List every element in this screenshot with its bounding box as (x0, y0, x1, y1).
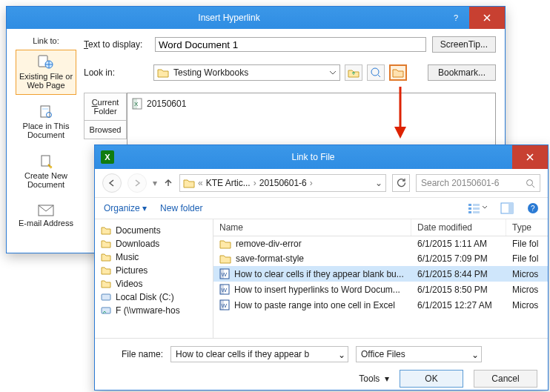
excel-file-icon: X (132, 98, 142, 110)
search-icon (526, 179, 535, 188)
tab-create-new-document[interactable]: Create New Document (16, 149, 76, 194)
back-button[interactable] (102, 173, 122, 193)
forward-button[interactable] (127, 173, 147, 193)
new-document-icon (39, 154, 53, 169)
svg-rect-3 (41, 106, 50, 117)
linkto-sidebar: Link to: Existing File or Web Page Place… (16, 36, 76, 233)
filename-label: File name: (105, 349, 163, 359)
nav-row: ▾ « KTE Artic... › 20150601-6 › ⌄ Search… (95, 169, 548, 198)
svg-text:W: W (222, 271, 228, 278)
svg-rect-25 (102, 294, 110, 300)
dialog-title: Insert Hyperlink (14, 13, 444, 23)
tree-node[interactable]: Pictures (101, 264, 207, 277)
titlebar[interactable]: Insert Hyperlink ? (7, 7, 505, 29)
svg-text:?: ? (454, 13, 458, 22)
screentip-button[interactable]: ScreenTip... (432, 36, 496, 53)
svg-text:?: ? (531, 205, 535, 213)
tab-place-in-document[interactable]: Place in This Document (16, 99, 76, 144)
toolbar: Organize ▾ New folder ? (95, 198, 548, 219)
svg-rect-20 (473, 211, 480, 213)
filename-input[interactable]: How to clear cells if they appear b ⌄ (170, 346, 348, 362)
text-to-display-label: TText to display:ext to display: (84, 39, 149, 50)
column-date[interactable]: Date modified (411, 219, 506, 236)
help-button[interactable]: ? (444, 7, 469, 29)
svg-rect-15 (468, 204, 471, 206)
svg-rect-17 (468, 211, 471, 213)
ok-button[interactable]: OK (400, 370, 463, 388)
folder-icon (183, 178, 195, 188)
file-list[interactable]: Name Date modified Type remove-div-error… (213, 219, 548, 338)
text-to-display-input[interactable] (155, 37, 426, 52)
linkto-label: Link to: (16, 36, 76, 45)
cancel-button[interactable]: Cancel (474, 370, 537, 388)
chevron-down-icon (329, 69, 337, 76)
preview-pane-button[interactable] (500, 202, 514, 214)
svg-rect-18 (473, 204, 480, 206)
new-folder-button[interactable]: New folder (160, 203, 202, 213)
folder-tree[interactable]: Documents Downloads Music Pictures Video… (95, 219, 213, 338)
tab-existing-file[interactable]: Existing File or Web Page (16, 50, 76, 95)
list-item[interactable]: WHow to paste range into one cell in Exc… (213, 297, 548, 313)
folder-icon (157, 67, 169, 78)
tree-node[interactable]: Videos (101, 277, 207, 290)
tools-button[interactable]: Tools ▾ (359, 373, 389, 384)
svg-point-7 (50, 167, 51, 168)
titlebar[interactable]: X Link to File (95, 145, 548, 169)
svg-text:W: W (222, 302, 228, 309)
search-input[interactable]: Search 20150601-6 (416, 174, 540, 192)
svg-rect-19 (473, 207, 480, 210)
browse-web-button[interactable] (367, 64, 385, 81)
list-item[interactable]: WHow to clear cells if they appear blank… (213, 266, 548, 282)
envelope-icon (38, 205, 54, 216)
list-item[interactable]: save-format-style 6/1/2015 7:09 PM File … (213, 251, 548, 266)
file-filter-select[interactable]: Office Files ⌄ (356, 346, 482, 362)
tab-email-address[interactable]: E-mail Address (16, 199, 76, 233)
breadcrumb[interactable]: « KTE Artic... › 20150601-6 › ⌄ (179, 174, 386, 192)
bookmark-button[interactable]: Bookmark... (428, 64, 496, 81)
svg-point-9 (371, 68, 379, 76)
up-button[interactable] (163, 178, 173, 188)
link-to-file-dialog: X Link to File ▾ « KTE Artic... › 201506… (94, 144, 549, 391)
up-folder-button[interactable] (345, 64, 362, 81)
subtab-browsed-pages[interactable]: Browsed (84, 121, 127, 139)
svg-rect-16 (468, 207, 471, 210)
file-item[interactable]: X 20150601 (130, 96, 492, 111)
tree-node[interactable]: F (\\vmware-hos (101, 304, 207, 317)
column-name[interactable]: Name (213, 219, 411, 236)
list-header[interactable]: Name Date modified Type (213, 219, 548, 236)
view-button[interactable] (468, 202, 487, 214)
svg-text:X: X (134, 101, 139, 107)
list-item[interactable]: WHow to insert hyperlinks to Word Docum.… (213, 282, 548, 297)
tree-node[interactable]: Music (101, 250, 207, 264)
look-in-label: Look in: (84, 67, 149, 78)
dialog-title: Link to File (114, 152, 512, 162)
svg-text:W: W (222, 287, 228, 293)
chevron-down-icon: ⌄ (338, 350, 345, 360)
list-item[interactable]: remove-div-error 6/1/2015 1:11 AM File f… (213, 236, 548, 251)
close-button[interactable] (512, 145, 548, 169)
tree-node[interactable]: Local Disk (C:) (101, 290, 207, 304)
browse-file-button[interactable] (389, 64, 407, 81)
tree-node[interactable]: Documents (101, 224, 207, 237)
globe-file-icon (38, 55, 54, 70)
chevron-down-icon: ⌄ (471, 350, 479, 360)
close-button[interactable] (469, 7, 505, 29)
svg-rect-22 (508, 203, 513, 213)
refresh-button[interactable] (392, 174, 410, 192)
look-in-select[interactable]: Testing Workbooks (153, 64, 340, 81)
help-icon[interactable]: ? (527, 202, 539, 214)
document-target-icon (39, 104, 53, 119)
column-type[interactable]: Type (506, 219, 548, 236)
organize-button[interactable]: Organize ▾ (104, 203, 147, 213)
recent-locations-button[interactable]: ▾ (153, 178, 157, 188)
tree-node[interactable]: Downloads (101, 237, 207, 250)
svg-rect-4 (42, 108, 48, 110)
svg-point-14 (527, 179, 533, 185)
excel-app-icon: X (101, 150, 114, 164)
chevron-down-icon[interactable]: ⌄ (375, 178, 382, 188)
subtab-current-folder[interactable]: CurrentFolder Current Folder (84, 93, 127, 121)
